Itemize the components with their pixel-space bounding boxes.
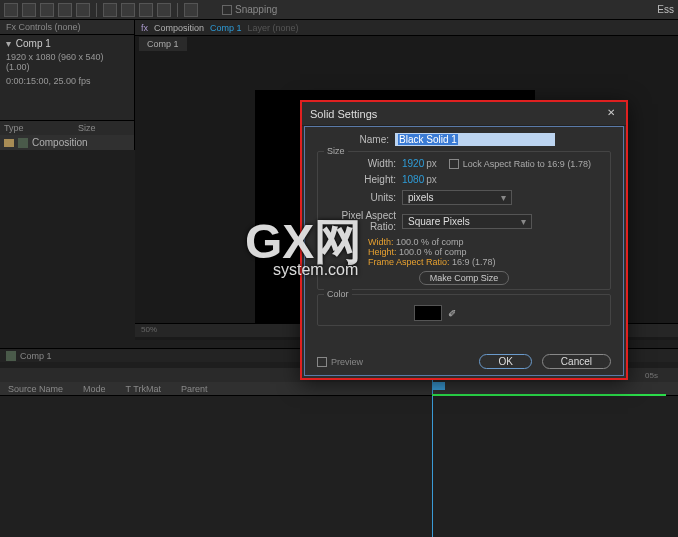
timeline-tab[interactable]: Comp 1	[20, 351, 52, 361]
zoom-readout[interactable]: 50%	[141, 325, 157, 334]
fx-badge: fx	[141, 23, 148, 33]
snapping-checkbox-icon	[222, 5, 232, 15]
tool-selection-icon[interactable]	[4, 3, 18, 17]
dialog-body: Name: Black Solid 1 Size Width: 1920 px …	[304, 126, 624, 376]
units-value: pixels	[408, 192, 434, 203]
toolbar-separator	[177, 3, 178, 17]
par-select[interactable]: Square Pixels ▾	[402, 214, 532, 229]
snapping-toggle[interactable]: Snapping	[222, 4, 277, 15]
folder-icon	[4, 139, 14, 147]
project-columns: Type Size	[0, 121, 134, 135]
header-mode[interactable]: Mode	[83, 384, 106, 394]
effect-controls-panel: Fx Controls (none) ▾ Comp 1 1920 x 1080 …	[0, 20, 135, 150]
dialog-footer: Preview OK Cancel	[317, 354, 611, 369]
info-width: Width: 100.0 % of comp	[324, 237, 604, 247]
timeline-tick: 05s	[645, 371, 658, 380]
units-label: Units:	[324, 192, 402, 203]
toolbar-separator	[96, 3, 97, 17]
timeline-playhead-icon[interactable]	[433, 382, 445, 390]
timeline-cached-bar	[432, 394, 666, 396]
width-label: Width:	[324, 158, 402, 169]
project-item-row[interactable]: Composition	[0, 135, 134, 150]
tool-zoom-icon[interactable]	[40, 3, 54, 17]
name-row: Name: Black Solid 1	[317, 133, 611, 146]
composition-tab-prefix: Composition	[154, 23, 204, 33]
width-row: Width: 1920 px Lock Aspect Ratio to 16:9…	[324, 158, 604, 169]
layer-tab[interactable]: Layer (none)	[248, 23, 299, 33]
chevron-down-icon: ▾	[501, 192, 506, 203]
cancel-button[interactable]: Cancel	[542, 354, 611, 369]
info-frame-aspect: Frame Aspect Ratio: 16:9 (1.78)	[324, 257, 604, 267]
px-unit: px	[426, 158, 437, 169]
size-section: Size Width: 1920 px Lock Aspect Ratio to…	[317, 151, 611, 290]
composition-icon	[18, 138, 28, 148]
size-section-label: Size	[324, 146, 348, 156]
project-panel: Type Size Composition	[0, 120, 134, 150]
px-unit: px	[426, 174, 437, 185]
lock-aspect-label: Lock Aspect Ratio to 16:9 (1.78)	[463, 159, 591, 169]
header-source[interactable]: Source Name	[8, 384, 63, 394]
height-row: Height: 1080 px	[324, 174, 604, 185]
col-type[interactable]: Type	[4, 123, 64, 133]
height-field[interactable]: 1080	[402, 174, 424, 185]
name-field[interactable]: Black Solid 1	[395, 133, 555, 146]
header-parent[interactable]: Parent	[181, 384, 208, 394]
composition-icon	[6, 351, 16, 361]
timeline-body[interactable]	[0, 396, 678, 537]
tool-pen-icon[interactable]	[103, 3, 117, 17]
comp-title[interactable]: ▾ Comp 1	[0, 35, 134, 52]
eyedropper-icon[interactable]: ✐	[448, 308, 456, 319]
tool-hand-icon[interactable]	[22, 3, 36, 17]
tool-brush-icon[interactable]	[139, 3, 153, 17]
viewer-tabs: fx Composition Comp 1 Layer (none)	[135, 20, 678, 36]
close-icon[interactable]: ✕	[604, 107, 618, 121]
color-section: Color ✐	[317, 294, 611, 326]
ok-button[interactable]: OK	[479, 354, 531, 369]
dialog-buttons: OK Cancel	[479, 354, 611, 369]
lock-aspect-toggle[interactable]: Lock Aspect Ratio to 16:9 (1.78)	[449, 159, 591, 169]
color-swatch[interactable]	[414, 305, 442, 321]
tool-text-icon[interactable]	[76, 3, 90, 17]
make-comp-size-row: Make Comp Size	[324, 271, 604, 285]
units-row: Units: pixels ▾	[324, 190, 604, 205]
name-value: Black Solid 1	[398, 134, 458, 145]
top-toolbar: Snapping Ess	[0, 0, 678, 20]
snapping-label: Snapping	[235, 4, 277, 15]
comp-name: Comp 1	[16, 38, 51, 49]
par-value: Square Pixels	[408, 216, 470, 227]
effect-controls-tab[interactable]: Fx Controls (none)	[0, 20, 134, 35]
tool-clone-icon[interactable]	[157, 3, 171, 17]
par-row: Pixel Aspect Ratio: Square Pixels ▾	[324, 210, 604, 232]
preview-toggle[interactable]: Preview	[317, 357, 363, 367]
comp-resolution: 1920 x 1080 (960 x 540) (1.00)	[0, 52, 134, 76]
viewer-sub-tab[interactable]: Comp 1	[139, 37, 187, 51]
checkbox-icon	[449, 159, 459, 169]
name-label: Name:	[317, 134, 395, 145]
composition-tab-name[interactable]: Comp 1	[210, 23, 242, 33]
tool-anchor-icon[interactable]	[184, 3, 198, 17]
header-trkmat[interactable]: T TrkMat	[126, 384, 161, 394]
height-label: Height:	[324, 174, 402, 185]
par-label: Pixel Aspect Ratio:	[324, 210, 402, 232]
dialog-titlebar[interactable]: Solid Settings ✕	[302, 102, 626, 126]
color-row: ✐	[414, 305, 604, 321]
dialog-title: Solid Settings	[310, 108, 377, 120]
tool-shape-icon[interactable]	[121, 3, 135, 17]
width-field[interactable]: 1920	[402, 158, 424, 169]
chevron-down-icon: ▾	[521, 216, 526, 227]
info-height: Height: 100.0 % of comp	[324, 247, 604, 257]
color-section-label: Color	[324, 289, 352, 299]
make-comp-size-button[interactable]: Make Comp Size	[419, 271, 510, 285]
tool-rotate-icon[interactable]	[58, 3, 72, 17]
units-select[interactable]: pixels ▾	[402, 190, 512, 205]
workspace-label[interactable]: Ess	[657, 4, 674, 15]
solid-settings-dialog: Solid Settings ✕ Name: Black Solid 1 Siz…	[300, 100, 628, 380]
comp-fps: 0:00:15:00, 25.00 fps	[0, 76, 134, 90]
checkbox-icon	[317, 357, 327, 367]
col-size[interactable]: Size	[78, 123, 96, 133]
preview-label: Preview	[331, 357, 363, 367]
project-item-label: Composition	[32, 137, 88, 148]
disclosure-triangle-icon: ▾	[6, 38, 11, 49]
